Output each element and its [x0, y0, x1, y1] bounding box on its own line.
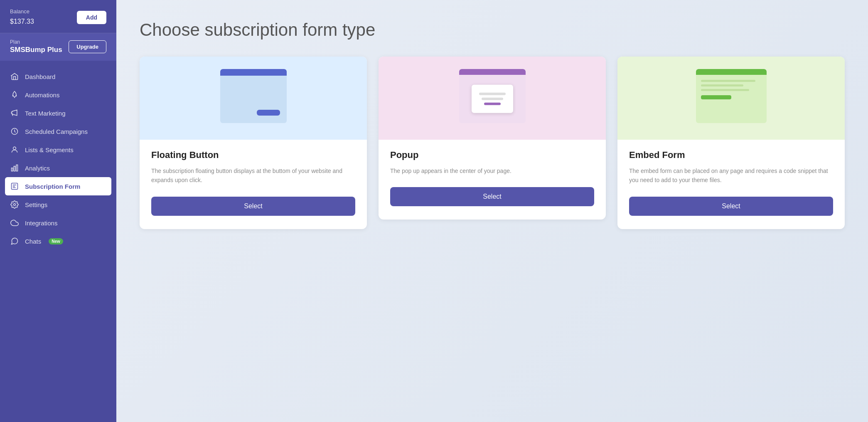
balance-label: Balance: [10, 8, 34, 15]
plan-name: SMSBump Plus: [10, 46, 62, 54]
person-icon: [10, 145, 19, 154]
embed-form-card-body: Embed Form The embed form can be placed …: [617, 140, 845, 229]
add-balance-button[interactable]: Add: [77, 11, 106, 24]
sidebar: Balance $137.33 Add Plan SMSBump Plus Up…: [0, 0, 116, 422]
embed-line-1: [701, 80, 755, 82]
page-title: Choose subscription form type: [140, 20, 845, 40]
floating-button-title: Floating Button: [151, 150, 355, 160]
sidebar-item-text-marketing-label: Text Marketing: [25, 110, 66, 117]
floating-chip: [257, 110, 280, 116]
sidebar-item-chats-label: Chats: [25, 238, 41, 245]
form-icon: [10, 182, 19, 191]
sidebar-item-analytics-label: Analytics: [25, 165, 50, 172]
embed-form-description: The embed form can be placed on any page…: [629, 166, 833, 185]
sidebar-item-settings[interactable]: Settings: [0, 195, 116, 214]
cards-container: Floating Button The subscription floatin…: [140, 57, 845, 229]
sidebar-item-subscription-form[interactable]: Subscription Form: [5, 177, 111, 195]
nav-menu: Dashboard Automations Text Marketing Sch…: [0, 61, 116, 422]
currency-symbol: $: [10, 18, 14, 25]
sidebar-item-integrations[interactable]: Integrations: [0, 214, 116, 232]
sidebar-item-lists-segments[interactable]: Lists & Segments: [0, 141, 116, 159]
sidebar-item-settings-label: Settings: [25, 201, 47, 208]
floating-button-illustration: [220, 69, 287, 127]
svg-rect-2: [12, 168, 13, 171]
floating-button-preview: [140, 57, 367, 140]
browser-bar-floating: [220, 69, 287, 76]
balance-amount: $137.33: [10, 15, 34, 26]
embed-form-select[interactable]: Select: [629, 197, 833, 216]
floating-button-card: Floating Button The subscription floatin…: [140, 57, 367, 229]
plan-label: Plan: [10, 39, 62, 45]
chat-icon: [10, 237, 19, 246]
popup-title: Popup: [390, 150, 594, 160]
popup-card-body: Popup The pop up appears in the center o…: [379, 140, 606, 220]
embed-form-title: Embed Form: [629, 150, 833, 160]
sidebar-item-scheduled-campaigns[interactable]: Scheduled Campaigns: [0, 122, 116, 141]
floating-button-description: The subscription floating button display…: [151, 166, 355, 185]
sidebar-item-automations-label: Automations: [25, 91, 59, 99]
clock-icon: [10, 127, 19, 136]
popup-select[interactable]: Select: [390, 187, 594, 206]
bar-chart-icon: [10, 163, 19, 173]
embed-content-area: [696, 75, 767, 104]
sidebar-item-lists-segments-label: Lists & Segments: [25, 146, 74, 153]
popup-cta-line: [484, 103, 501, 105]
sidebar-item-text-marketing[interactable]: Text Marketing: [0, 104, 116, 122]
embed-line-2: [701, 84, 743, 86]
sidebar-item-analytics[interactable]: Analytics: [0, 159, 116, 177]
cloud-icon: [10, 218, 19, 227]
popup-line-2: [482, 98, 503, 100]
home-icon: [10, 72, 19, 81]
embed-illustration: [696, 69, 767, 127]
popup-card: Popup The pop up appears in the center o…: [379, 57, 606, 220]
sidebar-item-chats[interactable]: Chats New: [0, 232, 116, 250]
chats-new-badge: New: [49, 238, 63, 244]
popup-preview: [379, 57, 606, 140]
embed-form-preview: [617, 57, 845, 140]
embed-line-3: [701, 89, 750, 91]
popup-illustration: [459, 69, 526, 127]
gear-icon: [10, 200, 19, 209]
floating-button-select[interactable]: Select: [151, 197, 355, 216]
browser-mockup-embed: [696, 69, 767, 123]
popup-description: The pop up appears in the center of your…: [390, 166, 594, 175]
browser-bar-embed: [696, 69, 767, 75]
svg-rect-3: [14, 166, 15, 171]
sidebar-item-dashboard[interactable]: Dashboard: [0, 67, 116, 86]
sidebar-item-dashboard-label: Dashboard: [25, 73, 55, 80]
popup-line-1: [479, 93, 506, 95]
sidebar-item-automations[interactable]: Automations: [0, 86, 116, 104]
sidebar-item-subscription-form-label: Subscription Form: [25, 183, 80, 190]
svg-point-1: [13, 147, 16, 150]
upgrade-button[interactable]: Upgrade: [69, 40, 106, 53]
browser-mockup-floating: [220, 69, 287, 123]
browser-bar-popup: [459, 69, 526, 75]
svg-point-6: [14, 204, 16, 206]
embed-form-card: Embed Form The embed form can be placed …: [617, 57, 845, 229]
browser-mockup-popup: [459, 69, 526, 123]
rocket-icon: [10, 90, 19, 99]
popup-modal: [472, 85, 513, 113]
floating-button-card-body: Floating Button The subscription floatin…: [140, 140, 367, 229]
balance-section: Balance $137.33 Add: [0, 0, 116, 33]
main-content: Choose subscription form type Floating B…: [116, 0, 868, 422]
sidebar-item-scheduled-campaigns-label: Scheduled Campaigns: [25, 128, 88, 135]
sidebar-item-integrations-label: Integrations: [25, 220, 57, 227]
plan-section: Plan SMSBump Plus Upgrade: [0, 33, 116, 61]
megaphone-icon: [10, 109, 19, 118]
svg-rect-4: [16, 165, 17, 171]
embed-button-shape: [701, 95, 731, 99]
